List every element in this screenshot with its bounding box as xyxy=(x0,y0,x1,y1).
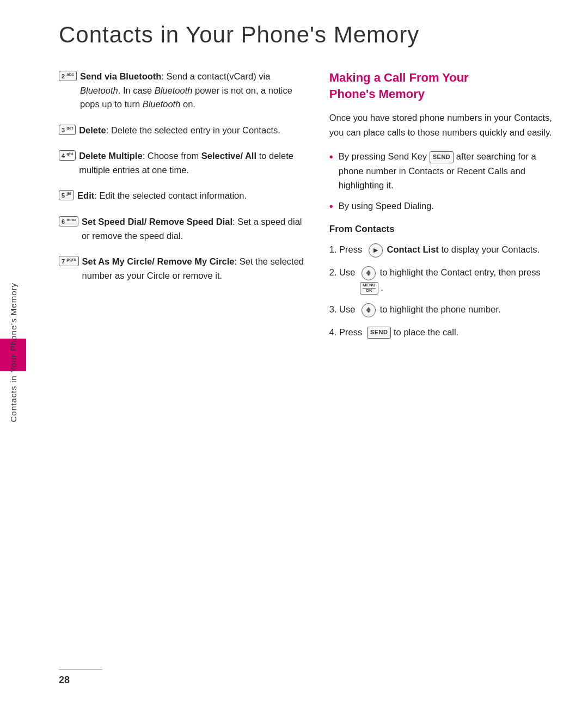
step-1-content: ▶ Contact List to display your Contacts. xyxy=(367,242,555,258)
send-key-icon: SEND xyxy=(430,151,454,163)
item-5-text: Set Speed Dial/ Remove Speed Dial: Set a… xyxy=(82,215,308,243)
two-col-layout: 2 abc Send via Bluetooth: Send a contact… xyxy=(59,70,555,347)
list-item: • By pressing Send Key SEND after search… xyxy=(329,149,555,192)
left-column: 2 abc Send via Bluetooth: Send a contact… xyxy=(59,70,308,347)
key-5jkl: 5 jkl xyxy=(59,190,74,200)
bullet-icon: • xyxy=(329,149,333,164)
nav-scroll-icon xyxy=(362,266,376,280)
intro-text: Once you have stored phone numbers in yo… xyxy=(329,111,555,139)
step-2-content: to highlight the Contact entry, then pre… xyxy=(360,265,555,295)
step-num-4: 4. Press xyxy=(329,325,363,339)
list-item: • By using Speed Dialing. xyxy=(329,199,555,214)
main-content: Contacts in Your Phone's Memory 2 abc Se… xyxy=(26,0,588,705)
step-4-content: SEND to place the call. xyxy=(367,325,555,339)
step-3-content: to highlight the phone number. xyxy=(360,302,555,317)
bullet-1-text: By pressing Send Key SEND after searchin… xyxy=(339,149,555,192)
nav-scroll-icon-2 xyxy=(362,303,376,317)
bullet-2-text: By using Speed Dialing. xyxy=(339,199,434,213)
key-3def: 3 def xyxy=(59,125,76,135)
list-item: 6 mno Set Speed Dial/ Remove Speed Dial:… xyxy=(59,215,308,243)
item-3-text: Delete Multiple: Choose from Selective/ … xyxy=(79,149,308,177)
key-2abc: 2 abc xyxy=(59,71,77,81)
list-item: 7 pqrs Set As My Circle/ Remove My Circl… xyxy=(59,255,308,283)
step-1: 1. Press ▶ Contact List to display your … xyxy=(329,242,555,258)
from-contacts-heading: From Contacts xyxy=(329,224,555,235)
item-4-text: Edit: Edit the selected contact informat… xyxy=(77,189,247,203)
steps-list: 1. Press ▶ Contact List to display your … xyxy=(329,242,555,339)
page-title: Contacts in Your Phone's Memory xyxy=(59,22,555,48)
key-4ghi: 4 ghi xyxy=(59,150,76,161)
list-item: 5 jkl Edit: Edit the selected contact in… xyxy=(59,189,308,203)
item-1-text: Send via Bluetooth: Send a contact(vCard… xyxy=(80,70,308,112)
bullet-list: • By pressing Send Key SEND after search… xyxy=(329,149,555,214)
step-4: 4. Press SEND to place the call. xyxy=(329,325,555,339)
item-2-text: Delete: Delete the selected entry in you… xyxy=(79,124,280,138)
sidebar-label: Contacts in Your Phone's Memory xyxy=(9,283,18,422)
list-item: 3 def Delete: Delete the selected entry … xyxy=(59,124,308,138)
nav-arrow-icon: ▶ xyxy=(369,243,383,258)
step-num-2: 2. Use xyxy=(329,265,356,279)
key-7pqrs: 7 pqrs xyxy=(59,256,79,266)
list-item: 4 ghi Delete Multiple: Choose from Selec… xyxy=(59,149,308,177)
separator-line xyxy=(59,669,102,670)
step-3: 3. Use to highlight the phone number. xyxy=(329,302,555,317)
list-item: 2 abc Send via Bluetooth: Send a contact… xyxy=(59,70,308,112)
section-heading: Making a Call From Your Phone's Memory xyxy=(329,70,555,102)
page-container: Contacts in Your Phone's Memory Contacts… xyxy=(0,0,588,705)
step-2: 2. Use to highlight the Contact entry, t… xyxy=(329,265,555,295)
bullet-icon: • xyxy=(329,199,333,214)
right-column: Making a Call From Your Phone's Memory O… xyxy=(329,70,555,347)
send-key-icon-2: SEND xyxy=(367,327,391,339)
step-num-3: 3. Use xyxy=(329,302,356,316)
item-6-text: Set As My Circle/ Remove My Circle: Set … xyxy=(82,255,308,283)
page-number: 28 xyxy=(59,675,70,686)
step-num-1: 1. Press xyxy=(329,242,363,256)
key-6mno: 6 mno xyxy=(59,216,78,226)
menu-ok-key-icon: MENU OK xyxy=(360,282,378,295)
sidebar-tab: Contacts in Your Phone's Memory xyxy=(0,0,26,705)
